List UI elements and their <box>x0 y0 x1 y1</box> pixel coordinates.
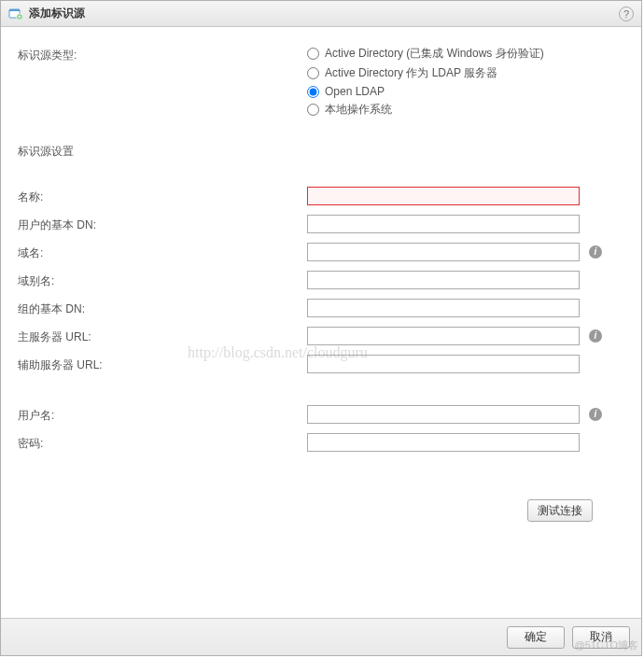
info-icon[interactable]: i <box>589 329 602 343</box>
type-radio-ad-iwa[interactable] <box>307 48 319 60</box>
type-radio-openldap[interactable] <box>307 86 319 98</box>
username-label: 用户名: <box>18 406 307 424</box>
username-input[interactable] <box>307 405 580 424</box>
secondary-url-input[interactable] <box>307 355 580 373</box>
dialog-content: 标识源类型: Active Directory (已集成 Windows 身份验… <box>1 27 641 618</box>
password-input[interactable] <box>307 433 580 452</box>
type-radio-localos[interactable] <box>307 104 319 116</box>
info-icon[interactable]: i <box>589 245 602 259</box>
name-input[interactable] <box>307 187 580 205</box>
primary-url-input[interactable] <box>307 327 580 345</box>
identity-source-icon <box>8 7 23 21</box>
type-option-ad-iwa[interactable]: Active Directory (已集成 Windows 身份验证) <box>307 46 544 62</box>
domain-label: 域名: <box>18 244 307 261</box>
info-icon[interactable]: i <box>589 408 602 421</box>
ok-button[interactable]: 确定 <box>507 626 565 649</box>
dialog-title: 添加标识源 <box>29 6 619 21</box>
type-option-openldap[interactable]: Open LDAP <box>307 85 544 98</box>
dialog-footer: 确定 取消 @51CTO博客 <box>1 618 641 655</box>
password-label: 密码: <box>18 434 307 452</box>
alias-input[interactable] <box>307 271 580 289</box>
group-dn-label: 组的基本 DN: <box>18 300 307 317</box>
titlebar: 添加标识源 ? <box>1 1 641 27</box>
test-connection-button[interactable]: 测试连接 <box>527 499 593 522</box>
type-option-label: Active Directory (已集成 Windows 身份验证) <box>325 46 544 62</box>
type-radio-ad-ldap[interactable] <box>307 67 319 79</box>
type-option-label: Open LDAP <box>325 85 385 98</box>
group-dn-input[interactable] <box>307 299 580 317</box>
user-dn-label: 用户的基本 DN: <box>18 216 307 233</box>
type-radio-group: Active Directory (已集成 Windows 身份验证) Acti… <box>307 46 544 118</box>
type-option-localos[interactable]: 本地操作系统 <box>307 102 544 118</box>
primary-url-label: 主服务器 URL: <box>18 328 307 345</box>
svg-rect-1 <box>9 9 20 11</box>
add-identity-source-dialog: 添加标识源 ? 标识源类型: Active Directory (已集成 Win… <box>0 0 642 656</box>
settings-section-label: 标识源设置 <box>18 144 624 160</box>
domain-input[interactable] <box>307 243 580 261</box>
cancel-button[interactable]: 取消 <box>572 626 630 649</box>
name-label: 名称: <box>18 188 307 205</box>
help-icon[interactable]: ? <box>619 7 634 21</box>
type-option-label: Active Directory 作为 LDAP 服务器 <box>325 65 497 81</box>
type-option-label: 本地操作系统 <box>325 102 392 118</box>
user-dn-input[interactable] <box>307 215 580 233</box>
secondary-url-label: 辅助服务器 URL: <box>18 356 307 373</box>
type-label: 标识源类型: <box>18 46 307 63</box>
alias-label: 域别名: <box>18 272 307 289</box>
type-option-ad-ldap[interactable]: Active Directory 作为 LDAP 服务器 <box>307 65 544 81</box>
